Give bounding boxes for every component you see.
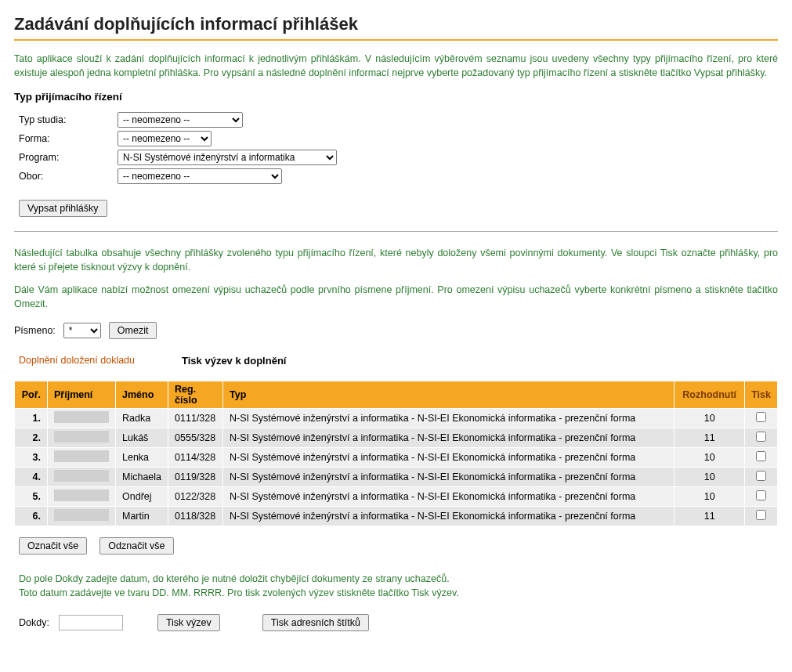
cell-prijmeni: [48, 486, 116, 506]
footer-note: Do pole Dokdy zadejte datum, do kterého …: [19, 572, 778, 600]
cell-prijmeni: [48, 506, 116, 526]
cell-por: 4.: [15, 467, 48, 486]
page-title: Zadávání doplňujících informací přihláše…: [14, 14, 778, 34]
cell-reg: 0119/328: [168, 467, 223, 486]
cell-typ: N-SI Systémové inženýrství a informatika…: [223, 467, 674, 486]
col-tisk: Tisk: [745, 381, 778, 408]
table-row: 6.Martin0118/328N-SI Systémové inženýrst…: [15, 506, 778, 526]
cell-jmeno: Radka: [116, 408, 168, 428]
cell-tisk: [745, 447, 778, 467]
cell-rozhodnuti: 10: [674, 408, 745, 428]
divider: [14, 231, 778, 232]
col-rozhodnuti: Rozhodnutí: [674, 381, 745, 408]
col-prijmeni: Příjmení: [48, 381, 116, 408]
filter-heading: Typ přijímacího řízení: [14, 91, 778, 103]
cell-por: 1.: [15, 408, 48, 428]
select-all-button[interactable]: Označit vše: [19, 537, 87, 555]
cell-jmeno: Martin: [116, 506, 168, 526]
table-row: 4.Michaela0119/328N-SI Systémové inženýr…: [15, 467, 778, 486]
dokdy-label: Dokdy:: [19, 617, 49, 628]
cell-por: 5.: [15, 486, 48, 506]
col-reg: Reg. číslo: [168, 381, 223, 408]
cell-reg: 0111/328: [168, 408, 223, 428]
cell-typ: N-SI Systémové inženýrství a informatika…: [223, 506, 674, 526]
cell-reg: 0118/328: [168, 506, 223, 526]
tisk-checkbox[interactable]: [756, 490, 766, 500]
table-note-2: Dále Vám aplikace nabízí možnost omezení…: [14, 283, 778, 311]
label-forma: Forma:: [19, 131, 113, 146]
label-program: Program:: [19, 150, 113, 165]
tisk-stitku-button[interactable]: Tisk adresních štítků: [262, 614, 369, 631]
letter-filter-label: Písmeno:: [14, 325, 56, 336]
label-obor: Obor:: [19, 168, 113, 184]
intro-text: Tato aplikace slouží k zadání doplňující…: [14, 52, 778, 80]
cell-reg: 0122/328: [168, 486, 223, 506]
table-row: 1.Radka0111/328N-SI Systémové inženýrstv…: [15, 408, 778, 428]
applications-table: Poř. Příjmení Jméno Reg. číslo Typ Rozho…: [14, 381, 778, 526]
select-program[interactable]: N-SI Systémové inženýrství a informatika: [118, 150, 337, 165]
select-obor[interactable]: -- neomezeno --: [118, 168, 282, 184]
cell-por: 3.: [15, 447, 48, 467]
omezit-button[interactable]: Omezit: [109, 322, 157, 339]
col-typ: Typ: [223, 381, 674, 408]
cell-por: 2.: [15, 428, 48, 447]
cell-rozhodnuti: 10: [674, 486, 745, 506]
tab-tisk-vyzev[interactable]: Tisk výzev k doplnění: [182, 355, 286, 367]
vypsat-prihlasky-button[interactable]: Vypsat přihlášky: [19, 200, 107, 217]
table-note-1: Následující tabulka obsahuje všechny při…: [14, 246, 778, 274]
cell-reg: 0114/328: [168, 447, 223, 467]
col-jmeno: Jméno: [116, 381, 168, 408]
cell-jmeno: Lukáš: [116, 428, 168, 447]
tisk-checkbox[interactable]: [756, 510, 766, 520]
cell-typ: N-SI Systémové inženýrství a informatika…: [223, 428, 674, 447]
cell-tisk: [745, 408, 778, 428]
label-typ-studia: Typ studia:: [19, 112, 113, 128]
cell-prijmeni: [48, 467, 116, 486]
cell-jmeno: Ondřej: [116, 486, 168, 506]
cell-tisk: [745, 428, 778, 447]
cell-por: 6.: [15, 506, 48, 526]
select-letter[interactable]: *: [63, 323, 101, 338]
tisk-checkbox[interactable]: [756, 412, 766, 422]
deselect-all-button[interactable]: Odznačit vše: [99, 537, 173, 555]
select-typ-studia[interactable]: -- neomezeno --: [118, 112, 243, 128]
cell-prijmeni: [48, 408, 116, 428]
cell-reg: 0555/328: [168, 428, 223, 447]
divider: [14, 39, 778, 41]
cell-tisk: [745, 486, 778, 506]
cell-rozhodnuti: 11: [674, 428, 745, 447]
select-forma[interactable]: -- neomezeno --: [118, 131, 212, 146]
cell-typ: N-SI Systémové inženýrství a informatika…: [223, 447, 674, 467]
dokdy-input[interactable]: [59, 615, 123, 630]
cell-jmeno: Michaela: [116, 467, 168, 486]
cell-typ: N-SI Systémové inženýrství a informatika…: [223, 486, 674, 506]
tisk-checkbox[interactable]: [756, 471, 766, 481]
cell-tisk: [745, 467, 778, 486]
tisk-vyzev-button[interactable]: Tisk výzev: [157, 614, 220, 631]
tab-doplneni-dolozeni[interactable]: Doplnění doložení dokladu: [19, 355, 135, 367]
cell-typ: N-SI Systémové inženýrství a informatika…: [223, 408, 674, 428]
table-row: 3.Lenka0114/328N-SI Systémové inženýrstv…: [15, 447, 778, 467]
table-row: 5.Ondřej0122/328N-SI Systémové inženýrst…: [15, 486, 778, 506]
cell-rozhodnuti: 11: [674, 506, 745, 526]
cell-jmeno: Lenka: [116, 447, 168, 467]
cell-prijmeni: [48, 428, 116, 447]
table-row: 2.Lukáš0555/328N-SI Systémové inženýrstv…: [15, 428, 778, 447]
col-por: Poř.: [15, 381, 48, 408]
tisk-checkbox[interactable]: [756, 432, 766, 442]
cell-tisk: [745, 506, 778, 526]
cell-rozhodnuti: 10: [674, 467, 745, 486]
cell-rozhodnuti: 10: [674, 447, 745, 467]
tisk-checkbox[interactable]: [756, 451, 766, 461]
cell-prijmeni: [48, 447, 116, 467]
